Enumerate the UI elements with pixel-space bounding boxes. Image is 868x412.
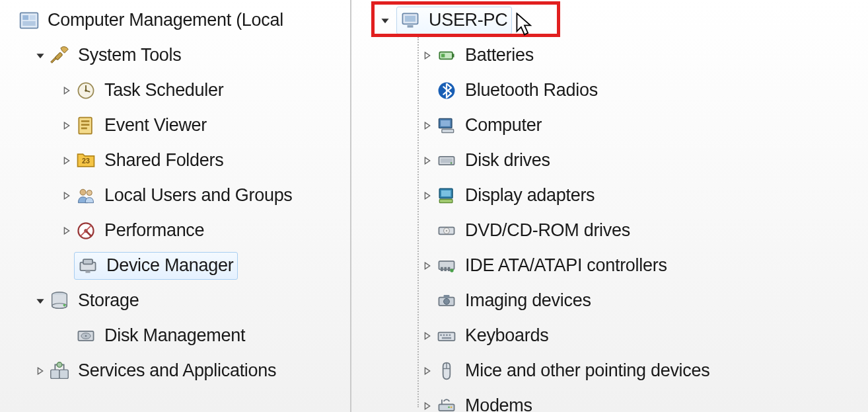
- tree-item-services-applications[interactable]: Services and Applications: [0, 353, 350, 388]
- tree-label: Display adapters: [465, 185, 595, 206]
- tree-label: Imaging devices: [465, 290, 591, 311]
- device-item-mice[interactable]: Mice and other pointing devices: [351, 353, 868, 388]
- expander-collapsed-icon[interactable]: [34, 367, 46, 375]
- tree-item-local-users-groups[interactable]: Local Users and Groups: [0, 178, 350, 213]
- svg-rect-58: [444, 295, 450, 298]
- device-item-computer[interactable]: Computer: [351, 108, 868, 143]
- tree-label: DVD/CD-ROM drives: [465, 220, 630, 241]
- svg-point-15: [87, 190, 92, 195]
- tree-root-computer-management[interactable]: Computer Management (Local: [0, 3, 350, 38]
- battery-icon: [435, 44, 458, 67]
- tree-label: System Tools: [78, 45, 181, 65]
- svg-point-69: [448, 406, 450, 408]
- tree-item-disk-management[interactable]: Disk Management: [0, 318, 350, 353]
- device-item-disk-drives[interactable]: Disk drives: [351, 143, 868, 178]
- modem-icon: [435, 394, 458, 413]
- right-device-pane[interactable]: USER-PC Batteries: [351, 0, 868, 412]
- expander-collapsed-icon[interactable]: [421, 367, 433, 375]
- tree-item-performance[interactable]: Performance: [0, 213, 350, 248]
- keyboard-icon: [435, 324, 458, 348]
- tree-label: Device Manager: [106, 255, 233, 276]
- tree-label: IDE ATA/ATAPI controllers: [465, 255, 667, 276]
- expander-collapsed-icon[interactable]: [421, 402, 433, 410]
- expander-expanded-icon[interactable]: [34, 51, 46, 60]
- svg-rect-59: [439, 332, 455, 340]
- svg-rect-41: [442, 129, 454, 132]
- device-item-bluetooth[interactable]: Bluetooth Radios: [351, 73, 868, 108]
- device-root-userpc[interactable]: USER-PC: [351, 3, 868, 38]
- tree-item-shared-folders[interactable]: 23 Shared Folders: [0, 143, 350, 178]
- expander-collapsed-icon[interactable]: [421, 192, 433, 200]
- computer-icon: [435, 114, 458, 138]
- tree-label: Storage: [78, 290, 139, 311]
- optical-drive-icon: [435, 219, 458, 243]
- svg-point-68: [451, 406, 452, 408]
- users-groups-icon: [74, 184, 98, 208]
- svg-rect-21: [83, 259, 92, 264]
- svg-point-25: [63, 304, 66, 306]
- mmc-icon: [17, 9, 41, 32]
- device-item-ide-controllers[interactable]: IDE ATA/ATAPI controllers: [351, 248, 868, 283]
- tree-label: Batteries: [465, 45, 534, 65]
- shared-folders-icon: 23: [74, 149, 98, 173]
- tree-item-event-viewer[interactable]: Event Viewer: [0, 108, 350, 143]
- device-item-batteries[interactable]: Batteries: [351, 38, 868, 73]
- svg-rect-2: [30, 15, 36, 20]
- expander-collapsed-icon[interactable]: [61, 122, 73, 130]
- device-item-keyboards[interactable]: Keyboards: [351, 318, 868, 353]
- expander-collapsed-icon[interactable]: [61, 87, 73, 95]
- tree-label: Computer Management (Local: [48, 10, 283, 30]
- expander-collapsed-icon[interactable]: [421, 332, 433, 340]
- storage-icon: [48, 289, 71, 313]
- svg-point-50: [446, 229, 447, 231]
- svg-rect-29: [51, 370, 59, 378]
- expander-collapsed-icon[interactable]: [421, 157, 433, 165]
- tree-label: Keyboards: [465, 325, 548, 346]
- svg-point-55: [450, 268, 453, 272]
- svg-rect-62: [446, 334, 448, 336]
- imaging-icon: [435, 289, 458, 313]
- expander-collapsed-icon[interactable]: [421, 122, 433, 130]
- tree-label: Bluetooth Radios: [465, 80, 598, 101]
- expander-collapsed-icon[interactable]: [421, 52, 433, 60]
- svg-rect-46: [441, 190, 451, 196]
- svg-point-28: [85, 335, 87, 337]
- expander-collapsed-icon[interactable]: [421, 262, 433, 270]
- svg-rect-47: [439, 199, 452, 202]
- expander-collapsed-icon[interactable]: [61, 157, 73, 165]
- svg-rect-22: [85, 270, 90, 273]
- left-tree-pane[interactable]: Computer Management (Local System Tools: [0, 0, 351, 412]
- svg-rect-1: [22, 15, 28, 20]
- tree-item-storage[interactable]: Storage: [0, 283, 350, 318]
- tree-item-task-scheduler[interactable]: Task Scheduler: [0, 73, 350, 108]
- ide-controller-icon: [435, 254, 458, 278]
- device-item-dvd-cd-rom[interactable]: DVD/CD-ROM drives: [351, 213, 868, 248]
- tree-label: Services and Applications: [78, 360, 276, 381]
- svg-point-14: [80, 189, 86, 195]
- services-icon: [48, 359, 71, 383]
- tree-item-device-manager[interactable]: Device Manager: [0, 248, 350, 283]
- svg-rect-63: [449, 334, 451, 336]
- device-item-display-adapters[interactable]: Display adapters: [351, 178, 868, 213]
- svg-rect-33: [405, 15, 416, 21]
- expander-expanded-icon[interactable]: [379, 16, 391, 25]
- svg-rect-64: [442, 337, 451, 339]
- display-adapter-icon: [435, 184, 458, 208]
- tree-guide-line: [417, 37, 419, 407]
- disk-mgmt-icon: [74, 324, 98, 348]
- expander-collapsed-icon[interactable]: [61, 227, 73, 235]
- svg-rect-36: [452, 54, 454, 57]
- tree-label: Shared Folders: [104, 150, 223, 171]
- expander-expanded-icon[interactable]: [34, 296, 46, 306]
- svg-rect-37: [441, 54, 445, 57]
- svg-rect-30: [59, 370, 68, 378]
- tree-label: Disk Management: [104, 325, 245, 346]
- tree-item-system-tools[interactable]: System Tools: [0, 38, 350, 73]
- expander-collapsed-icon[interactable]: [61, 192, 73, 200]
- device-item-imaging[interactable]: Imaging devices: [351, 283, 868, 318]
- svg-rect-54: [448, 267, 451, 270]
- svg-rect-4: [55, 52, 63, 60]
- svg-rect-34: [408, 25, 414, 28]
- device-item-modems[interactable]: Modems: [351, 388, 868, 412]
- mouse-icon: [435, 359, 458, 383]
